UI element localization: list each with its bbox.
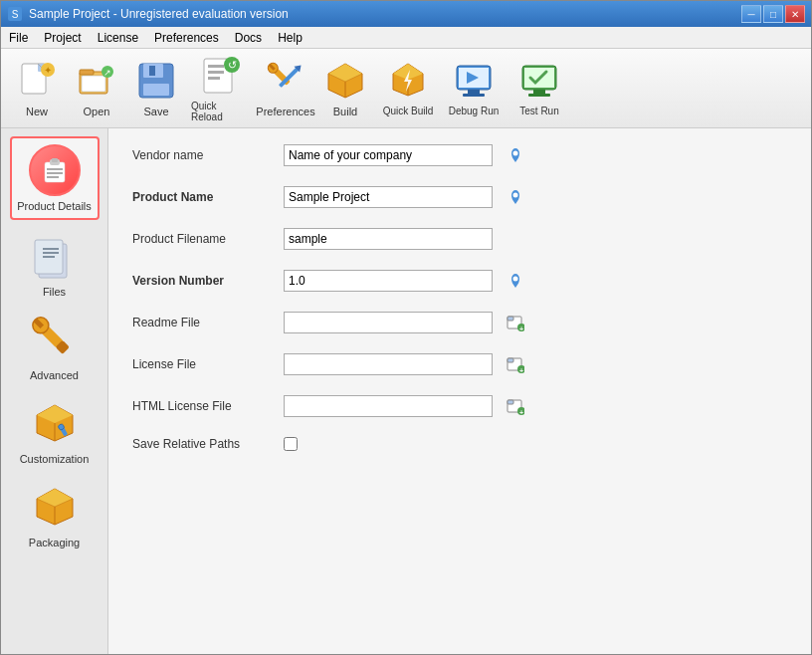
content-area: Product Details Files xyxy=(1,128,811,654)
svg-text:S: S xyxy=(12,9,19,20)
preferences-button[interactable]: Preferences xyxy=(258,54,313,123)
sidebar-item-files[interactable]: Files xyxy=(10,224,100,304)
files-label: Files xyxy=(43,286,66,298)
new-label: New xyxy=(26,106,48,117)
version-number-label: Version Number xyxy=(132,274,272,288)
debug-run-button[interactable]: Debug Run xyxy=(443,54,505,123)
product-details-label: Product Details xyxy=(17,200,92,212)
maximize-button[interactable]: □ xyxy=(763,5,783,23)
product-filename-label: Product Filename xyxy=(132,232,272,246)
svg-rect-55 xyxy=(43,256,55,258)
vendor-name-input[interactable] xyxy=(284,144,493,166)
test-run-label: Test Run xyxy=(519,106,558,116)
save-relative-paths-checkbox[interactable] xyxy=(284,437,298,451)
svg-rect-47 xyxy=(52,158,58,162)
sidebar-item-product-details[interactable]: Product Details xyxy=(10,136,100,220)
menu-bar: File Project License Preferences Docs He… xyxy=(1,27,811,49)
open-label: Open xyxy=(84,106,110,117)
svg-rect-39 xyxy=(463,94,485,97)
quick-reload-label: Quick Reload xyxy=(191,101,251,122)
vendor-name-icon[interactable] xyxy=(505,144,526,166)
close-button[interactable]: ✕ xyxy=(785,5,805,23)
menu-license[interactable]: License xyxy=(90,27,146,48)
sidebar-item-advanced[interactable]: Advanced xyxy=(10,308,100,387)
svg-text:+: + xyxy=(519,326,523,332)
app-icon: S xyxy=(7,6,23,22)
quick-build-button[interactable]: Quick Build xyxy=(377,54,439,123)
debug-run-label: Debug Run xyxy=(449,106,500,116)
packaging-icon xyxy=(29,481,81,533)
version-number-icon[interactable] xyxy=(505,270,526,292)
menu-docs[interactable]: Docs xyxy=(227,27,270,48)
vendor-name-label: Vendor name xyxy=(132,148,272,162)
svg-rect-19 xyxy=(208,77,220,80)
svg-rect-78 xyxy=(508,358,513,362)
html-license-file-label: HTML License File xyxy=(132,399,272,413)
html-license-file-browse-button[interactable]: + xyxy=(505,395,526,417)
preferences-label: Preferences xyxy=(256,106,314,117)
license-file-browse-button[interactable]: + xyxy=(505,353,526,375)
menu-help[interactable]: Help xyxy=(270,27,310,48)
svg-text:+: + xyxy=(519,409,523,416)
test-run-button[interactable]: Test Run xyxy=(508,54,570,123)
product-name-row: Product Name xyxy=(132,186,787,208)
save-icon xyxy=(135,60,177,102)
svg-rect-9 xyxy=(82,76,105,92)
main-panel: Vendor name Product Name xyxy=(108,128,811,654)
readme-file-input[interactable] xyxy=(284,312,493,333)
minimize-button[interactable]: ─ xyxy=(741,5,761,23)
readme-file-row: Readme File + xyxy=(132,312,787,333)
open-icon: ↗ xyxy=(76,60,117,102)
sidebar-item-customization[interactable]: Customization xyxy=(10,391,100,471)
svg-rect-49 xyxy=(47,172,63,174)
svg-text:↺: ↺ xyxy=(228,59,237,71)
product-name-input[interactable] xyxy=(284,186,493,208)
build-icon xyxy=(324,60,366,102)
advanced-label: Advanced xyxy=(30,369,79,381)
product-filename-row: Product Filename xyxy=(132,228,787,250)
svg-rect-18 xyxy=(208,71,224,74)
version-number-row: Version Number xyxy=(132,270,787,292)
svg-text:+: + xyxy=(519,367,523,374)
new-button[interactable]: ✦ New xyxy=(9,54,65,123)
new-icon: ✦ xyxy=(16,60,58,102)
quick-build-icon xyxy=(387,60,429,102)
menu-file[interactable]: File xyxy=(1,27,36,48)
menu-project[interactable]: Project xyxy=(36,27,89,48)
svg-rect-43 xyxy=(533,90,545,94)
svg-rect-14 xyxy=(149,66,155,76)
build-label: Build xyxy=(333,106,357,117)
readme-file-browse-button[interactable]: + xyxy=(505,312,526,333)
version-number-input[interactable] xyxy=(284,270,493,292)
svg-rect-54 xyxy=(43,252,59,254)
save-label: Save xyxy=(143,106,168,117)
customization-label: Customization xyxy=(20,453,90,465)
files-icon xyxy=(29,230,81,282)
html-license-file-input[interactable] xyxy=(284,395,493,417)
vendor-name-row: Vendor name xyxy=(132,144,787,166)
packaging-label: Packaging xyxy=(29,537,80,548)
toolbar: ✦ New ↗ Open xyxy=(1,49,811,128)
svg-rect-8 xyxy=(80,70,94,75)
svg-text:✦: ✦ xyxy=(44,65,52,76)
svg-rect-50 xyxy=(47,176,59,178)
quick-reload-button[interactable]: ↺ Quick Reload xyxy=(188,54,254,123)
customization-icon xyxy=(29,397,81,449)
product-filename-input[interactable] xyxy=(284,228,493,250)
open-button[interactable]: ↗ Open xyxy=(69,54,124,123)
menu-preferences[interactable]: Preferences xyxy=(146,27,227,48)
debug-run-icon xyxy=(453,60,495,102)
save-button[interactable]: Save xyxy=(128,54,184,123)
license-file-input[interactable] xyxy=(284,353,493,375)
preferences-icon xyxy=(265,60,306,102)
test-run-icon xyxy=(518,60,560,102)
product-name-icon[interactable] xyxy=(505,186,526,208)
readme-file-label: Readme File xyxy=(132,316,272,329)
save-relative-paths-label: Save Relative Paths xyxy=(132,437,272,451)
save-relative-paths-row: Save Relative Paths xyxy=(132,437,787,451)
sidebar-item-packaging[interactable]: Packaging xyxy=(10,475,100,554)
main-window: S Sample Project - Unregistered evaluati… xyxy=(0,0,812,655)
build-button[interactable]: Build xyxy=(317,54,373,123)
svg-point-72 xyxy=(513,277,518,282)
svg-rect-53 xyxy=(43,248,59,250)
